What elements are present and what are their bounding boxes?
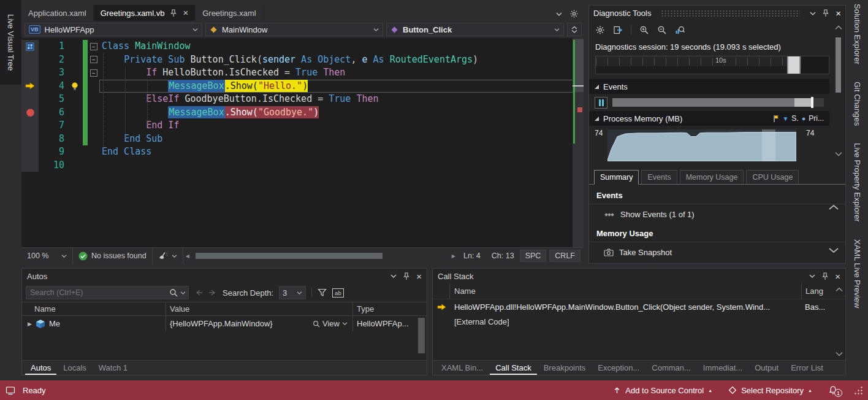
column-header-name[interactable]: Name	[450, 287, 801, 296]
tab-summary[interactable]: Summary	[594, 170, 639, 185]
code-line[interactable]: 6 MessageBox.Show("Goodbye.")	[21, 106, 584, 120]
tab-xaml-live-preview[interactable]: XAML Live Preview	[853, 239, 862, 308]
scrollbar-thumb[interactable]	[418, 318, 425, 353]
code-cleanup-button[interactable]	[153, 248, 183, 264]
search-depth-dropdown[interactable]: 3	[279, 286, 306, 299]
code-text[interactable]: End If	[99, 119, 584, 133]
fold-margin[interactable]: −	[88, 53, 99, 67]
tab-greetings-xaml[interactable]: Greetings.xaml	[196, 5, 263, 21]
chevron-down-icon[interactable]	[809, 274, 815, 279]
tab-immediate[interactable]: Immediat...	[698, 361, 748, 375]
tab-memory-usage[interactable]: Memory Usage	[680, 170, 744, 184]
select-repository-button[interactable]: Select Repository ▲	[728, 386, 812, 395]
column-indicator[interactable]: Ch: 13	[486, 250, 520, 262]
code-line[interactable]: 4 MessageBox.Show("Hello.")	[21, 80, 584, 93]
breakpoint-margin[interactable]	[21, 40, 39, 53]
pin-icon[interactable]	[821, 272, 829, 280]
close-icon[interactable]: ×	[836, 8, 841, 18]
editor-vertical-scrollbar[interactable]	[573, 38, 584, 247]
quick-actions-lightbulb-icon[interactable]	[70, 82, 80, 91]
scrollbar-track[interactable]	[191, 253, 451, 259]
breakpoint-margin[interactable]	[21, 80, 39, 93]
code-line[interactable]: 2− Private Sub Button_Click(sender As Ob…	[21, 53, 584, 67]
panel-vertical-scrollbar[interactable]	[833, 25, 843, 166]
navbar-collapse-icon[interactable]	[567, 23, 582, 36]
tab-greetings-xaml-vb[interactable]: Greetings.xaml.vb ×	[94, 5, 196, 21]
fold-toggle[interactable]: −	[90, 43, 97, 50]
code-text[interactable]: ElseIf GoodbyeButton.IsChecked = True Th…	[99, 93, 584, 106]
tab-solution-explorer[interactable]: Solution Explorer	[853, 4, 862, 64]
stack-frame-row[interactable]: [External Code]	[433, 314, 845, 329]
pin-icon[interactable]	[822, 9, 829, 17]
tab-breakpoints[interactable]: Breakpoints	[538, 361, 592, 375]
breakpoint-margin[interactable]	[21, 159, 39, 172]
fold-margin[interactable]: −	[88, 66, 99, 80]
code-text[interactable]: MessageBox.Show("Hello.")	[99, 80, 584, 93]
tab-xaml-binding[interactable]: XAML Bin...	[436, 361, 489, 375]
tab-error-list[interactable]: Error List	[785, 361, 829, 375]
code-text[interactable]: MessageBox.Show("Goodbye.")	[99, 106, 584, 120]
format-specifier-ab-icon[interactable]: ab	[332, 288, 344, 298]
type-dropdown[interactable]: MainWindow	[205, 23, 383, 36]
tab-events[interactable]: Events	[641, 170, 677, 184]
scrollbar-thumb[interactable]	[196, 253, 383, 259]
breakpoint-margin[interactable]	[21, 93, 39, 106]
tab-autos[interactable]: Autos	[25, 361, 56, 375]
search-next-arrow-icon[interactable]	[208, 289, 217, 296]
tab-locals[interactable]: Locals	[58, 361, 92, 375]
reset-zoom-chart-icon[interactable]	[675, 25, 685, 35]
stack-frame-row[interactable]: HelloWPFApp.dll!HelloWPFApp.MainWindow.B…	[433, 299, 845, 314]
chevron-down-icon[interactable]	[390, 274, 397, 279]
tab-live-visual-tree[interactable]: Live Visual Tree	[0, 0, 21, 85]
code-text[interactable]: End Class	[99, 145, 584, 159]
tab-command[interactable]: Comman...	[646, 361, 696, 375]
code-line[interactable]: 1−Class MainWindow	[21, 40, 584, 53]
tab-live-property-explorer[interactable]: Live Property Explorer	[853, 143, 862, 222]
fold-margin[interactable]	[88, 133, 99, 146]
breakpoint-margin[interactable]	[21, 106, 39, 120]
breakpoint-margin[interactable]	[21, 119, 39, 133]
close-icon[interactable]: ×	[416, 271, 422, 282]
fold-margin[interactable]	[88, 119, 99, 133]
scroll-up-arrow-icon[interactable]	[835, 25, 842, 30]
take-snapshot-link[interactable]: Take Snapshot	[589, 242, 845, 262]
panel-vertical-scrollbar[interactable]	[834, 286, 844, 358]
code-line[interactable]: 8 End Sub	[21, 133, 584, 146]
column-header-type[interactable]: Type	[353, 302, 427, 315]
scroll-down-arrow-icon[interactable]	[836, 352, 843, 356]
code-line[interactable]: 10	[21, 159, 584, 172]
fold-margin[interactable]	[88, 93, 99, 106]
code-text[interactable]	[99, 159, 584, 172]
tab-watch-1[interactable]: Watch 1	[93, 361, 133, 375]
code-line[interactable]: 3− If HelloButton.IsChecked = True Then	[21, 66, 584, 80]
search-icon[interactable]	[169, 288, 178, 297]
drag-grip[interactable]	[661, 10, 800, 17]
scrollbar-thumb[interactable]	[836, 37, 841, 93]
session-timeline[interactable]: 10s	[595, 56, 829, 74]
breakpoint-margin[interactable]	[21, 133, 39, 146]
scroll-up-arrow-icon[interactable]	[836, 287, 843, 292]
add-to-source-control-button[interactable]: Add to Source Control ▲	[613, 386, 712, 395]
background-tasks-icon[interactable]	[6, 386, 15, 395]
scroll-up-chevron-icon[interactable]	[828, 204, 839, 210]
fold-toggle[interactable]: −	[90, 69, 97, 77]
fold-margin[interactable]	[88, 159, 99, 172]
column-header-value[interactable]: Value	[166, 302, 353, 315]
code-line[interactable]: 5 ElseIf GoodbyeButton.IsChecked = True …	[21, 93, 584, 106]
scroll-down-arrow-icon[interactable]	[835, 152, 842, 156]
tab-cpu-usage[interactable]: CPU Usage	[746, 170, 799, 184]
search-prev-arrow-icon[interactable]	[194, 289, 203, 296]
pin-icon[interactable]	[170, 9, 177, 17]
search-options-chevron-icon[interactable]	[180, 291, 186, 295]
fold-margin[interactable]	[88, 145, 99, 159]
memory-section-header[interactable]: Process Memory (MB) ▼ S. ● Pri...	[589, 111, 829, 126]
fold-margin[interactable]	[88, 106, 99, 120]
zoom-control[interactable]: 100 %	[21, 248, 73, 264]
settings-gear-icon[interactable]	[595, 25, 605, 35]
filter-funnel-icon[interactable]	[318, 288, 327, 297]
code-text[interactable]: If HelloButton.IsChecked = True Then	[99, 66, 584, 80]
health-indicator[interactable]: No issues found	[73, 248, 153, 264]
project-dropdown[interactable]: VB HelloWPFApp	[25, 23, 202, 36]
resize-grip[interactable]	[854, 386, 863, 395]
close-icon[interactable]: ×	[183, 9, 188, 17]
